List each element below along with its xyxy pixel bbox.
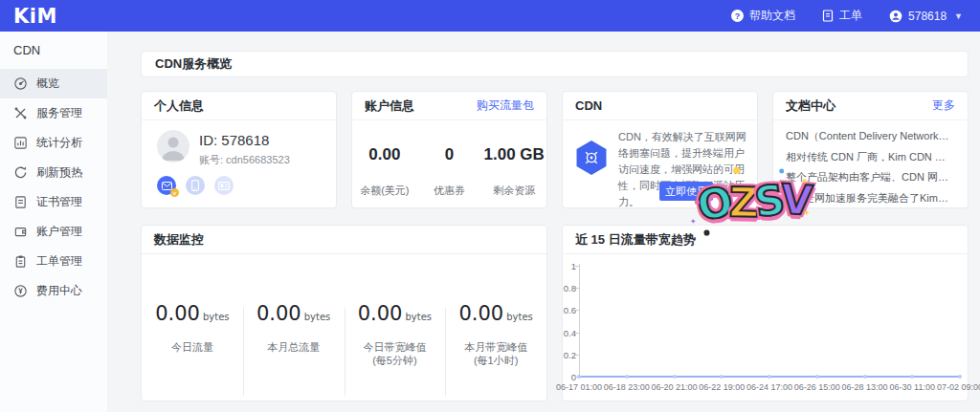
monitor-stat-unit: bytes — [405, 312, 432, 322]
buy-traffic-link[interactable]: 购买流量包 — [477, 98, 534, 114]
use-now-button[interactable]: 立即使用 — [659, 182, 713, 201]
doc-link[interactable]: 相对传统 CDN 厂商，Kim CDN 服务完全实现全自... — [786, 147, 955, 168]
x-tick-label: 06-26 15:00 — [794, 382, 840, 392]
sidebar-item-label: 证书管理 — [36, 194, 82, 210]
help-icon: ? — [731, 10, 744, 22]
user-icon — [889, 10, 902, 23]
y-tick — [575, 333, 579, 334]
monitor-stat: 0.00bytes今日带宽峰值(每5分钟) — [345, 302, 446, 401]
trend-chart-title: 近 15 日流量带宽趋势 — [575, 231, 696, 249]
sidebar-product-title: CDN — [0, 32, 107, 69]
sidebar-item-0[interactable]: 概览 — [0, 69, 107, 98]
top-header: KiM ? 帮助文档 工单 578618 ▼ — [0, 0, 980, 32]
contact-icons: v — [157, 176, 234, 195]
stat-label: 剩余资源 — [481, 184, 546, 198]
sidebar-item-label: 账户管理 — [36, 224, 82, 240]
x-tick-label: 06-24 17:00 — [746, 382, 792, 392]
page-title-card: CDN服务概览 — [141, 51, 969, 77]
y-tick-label: 0.4 — [563, 328, 576, 338]
y-tick-label: 0.2 — [563, 350, 576, 360]
user-id-label: 578618 — [908, 10, 947, 23]
y-tick-label: 0.6 — [563, 305, 576, 315]
sidebar-item-7[interactable]: 费用中心 — [0, 276, 107, 306]
sidebar-item-label: 刷新预热 — [36, 164, 82, 181]
sidebar-item-4[interactable]: 证书管理 — [0, 187, 107, 217]
sidebar-item-label: 统计分析 — [36, 135, 82, 151]
data-point — [625, 375, 629, 379]
x-tick-label: 07-02 09:00 — [937, 382, 980, 392]
cdn-card-title: CDN — [575, 98, 602, 113]
stat-value: 0.00 — [352, 145, 417, 164]
verified-badge: v — [170, 188, 179, 197]
monitor-stat-value: 0.00bytes — [243, 302, 345, 325]
sidebar-item-label: 概览 — [36, 76, 59, 92]
x-tick-label: 06-18 23:00 — [604, 382, 650, 392]
sidebar: CDN 概览服务管理统计分析刷新预热证书管理账户管理工单管理费用中心 — [0, 32, 107, 412]
account-info-card: 账户信息 购买流量包 0.00余额(美元)0优惠券1.00 GB剩余资源 — [351, 91, 547, 208]
account-stats: 0.00余额(美元)0优惠券1.00 GB剩余资源 — [352, 120, 546, 198]
bar-chart-icon — [13, 136, 28, 150]
monitor-stat: 0.00bytes本月带宽峰值(每1小时) — [445, 302, 546, 401]
account-stat: 0.00余额(美元) — [352, 145, 417, 198]
doc-link[interactable]: CDN（Content Delivery Network），也即内容分发... — [786, 126, 955, 147]
y-tick-label: 0 — [563, 372, 576, 382]
user-menu[interactable]: 578618 ▼ — [889, 10, 963, 23]
personal-info-card: 个人信息 ID: 578618 账号: cdn56683523 v — [141, 91, 337, 208]
bandwidth-trend-chart: 00.20.40.60.8106-17 01:0006-18 23:0006-2… — [563, 254, 968, 401]
doc-link[interactable]: 整个产品架构由客户端、CDN 网络、企业源站、... — [786, 167, 955, 188]
sidebar-item-label: 服务管理 — [36, 105, 82, 121]
ticket-icon — [822, 10, 834, 22]
y-tick — [575, 288, 579, 289]
sidebar-item-6[interactable]: 工单管理 — [0, 247, 107, 276]
sidebar-item-5[interactable]: 账户管理 — [0, 217, 107, 247]
certificate-icon — [13, 195, 28, 209]
sidebar-item-1[interactable]: 服务管理 — [0, 98, 107, 128]
x-tick-label: 06-17 01:00 — [556, 382, 602, 392]
stat-value: 1.00 GB — [481, 145, 546, 164]
monitor-stat-value: 0.00bytes — [445, 302, 546, 325]
email-verified-icon[interactable]: v — [157, 176, 176, 195]
data-point — [673, 375, 677, 379]
wallet-icon — [13, 225, 28, 239]
page-title: CDN服务概览 — [155, 55, 232, 73]
help-docs-link[interactable]: ? 帮助文档 — [731, 8, 795, 24]
data-point — [577, 375, 581, 379]
monitor-stat: 0.00bytes今日流量 — [142, 302, 243, 401]
y-axis — [579, 264, 580, 379]
personal-info-title: 个人信息 — [154, 98, 204, 115]
brand-logo[interactable]: KiM — [13, 5, 57, 28]
chevron-down-icon: ▼ — [954, 11, 963, 21]
monitor-stat: 0.00bytes本月总流量 — [243, 302, 345, 401]
x-tick-label: 06-22 19:00 — [699, 382, 745, 392]
x-tick-label: 06-28 13:00 — [841, 382, 887, 392]
data-monitor-title: 数据监控 — [154, 231, 204, 249]
cdn-hexagon-icon — [573, 140, 610, 176]
x-tick-label: 06-30 11:00 — [890, 382, 935, 392]
docs-center-card: 文档中心 更多 CDN（Content Delivery Network），也即… — [772, 91, 969, 208]
refresh-icon — [13, 165, 28, 180]
more-link[interactable]: 更多 — [932, 98, 955, 114]
header-actions: ? 帮助文档 工单 578618 ▼ — [731, 8, 963, 24]
sidebar-item-2[interactable]: 统计分析 — [0, 128, 107, 158]
monitor-stat-value: 0.00bytes — [142, 302, 243, 325]
account-info-title: 账户信息 — [365, 98, 414, 115]
doc-link[interactable]: Kim全网加速服务完美融合了Kim对象存储和 CDN ... — [786, 188, 955, 209]
data-point — [768, 375, 771, 379]
cdn-promo-card: CDN CDN，有效解决了互联网网络拥塞问题，提升终端用户访问速度，增强网站的可… — [562, 91, 758, 208]
account-stat: 0优惠券 — [417, 145, 482, 198]
monitor-stat-label: 本月总流量 — [243, 340, 345, 354]
monitor-stat-value: 0.00bytes — [345, 302, 446, 325]
sidebar-item-3[interactable]: 刷新预热 — [0, 158, 107, 187]
tools-icon — [13, 106, 28, 120]
id-card-icon[interactable] — [214, 176, 234, 195]
docs-center-title: 文档中心 — [786, 98, 835, 115]
trend-chart-card: 近 15 日流量带宽趋势 00.20.40.60.8106-17 01:0006… — [562, 225, 969, 401]
ticket-link[interactable]: 工单 — [822, 8, 862, 24]
phone-icon[interactable] — [186, 176, 205, 195]
y-tick — [575, 266, 579, 267]
stat-label: 优惠券 — [417, 184, 482, 198]
stat-label: 余额(美元) — [352, 184, 417, 198]
sidebar-item-label: 费用中心 — [36, 283, 82, 299]
monitor-stats: 0.00bytes今日流量0.00bytes本月总流量0.00bytes今日带宽… — [142, 254, 546, 401]
sidebar-menu: 概览服务管理统计分析刷新预热证书管理账户管理工单管理费用中心 — [0, 69, 107, 306]
